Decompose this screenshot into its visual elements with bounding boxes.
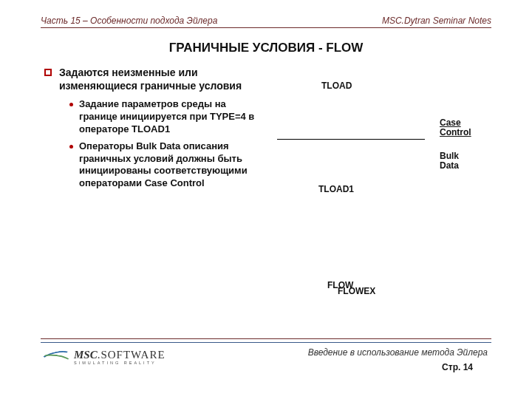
page-title: ГРАНИЧНЫЕ УСЛОВИЯ - FLOW [0,41,532,55]
diagram-label-bulk-data: Bulk Data [440,151,469,171]
logo-text: MSC.SOFTWARE SIMULATING REALITY [74,349,166,366]
diagram-label-tload: TLOAD [321,81,354,91]
diagram-label-case-control: Case Control [440,118,477,137]
diagram-label-tload1: TLOAD1 [318,185,355,194]
page-number: Стр. 14 [442,362,473,372]
header-right: MSC.Dytran Seminar Notes [382,16,491,26]
dot-icon [69,145,73,149]
logo-prefix: MSC [74,349,98,361]
square-bullet-icon [44,69,52,76]
logo: MSC.SOFTWARE SIMULATING REALITY [44,347,166,368]
footer-divider [41,338,491,343]
diagram-divider [277,139,425,140]
sub-text: Операторы Bulk Data описания граничных у… [79,140,266,191]
header: Часть 15 – Особенности подхода Эйлера MS… [41,16,491,28]
diagram-label-flowex: FLOWEX [338,287,375,296]
list-item: Операторы Bulk Data описания граничных у… [69,140,266,191]
list-item: Задание параметров среды на границе иниц… [69,98,266,136]
sub-bullet-list: Задание параметров среды на границе иниц… [69,98,266,190]
sub-text: Задание параметров среды на границе иниц… [79,98,266,136]
logo-suffix: SOFTWARE [100,349,165,361]
bullet-main: Задаются неизменные или изменяющиеся гра… [44,66,266,92]
logo-mark-icon [44,347,69,368]
logo-tagline: SIMULATING REALITY [74,361,166,366]
bullet-main-text: Задаются неизменные или изменяющиеся гра… [59,66,266,92]
header-left: Часть 15 – Особенности подхода Эйлера [41,16,217,26]
footer-subtitle: Введение в использование метода Эйлера [308,347,488,358]
dot-icon [69,103,73,106]
content-column: Задаются неизменные или изменяющиеся гра… [44,66,266,194]
